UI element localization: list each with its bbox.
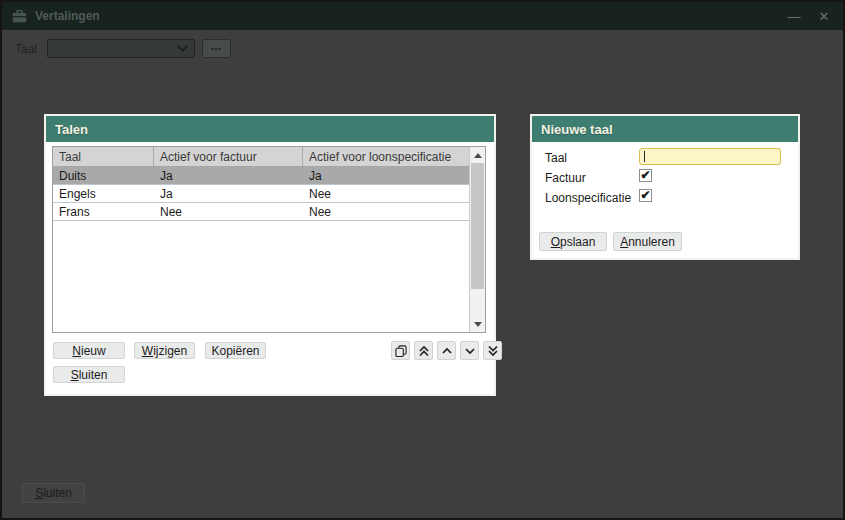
move-down-button[interactable] [460, 341, 479, 360]
scroll-down-button[interactable] [470, 316, 485, 332]
cell-taal: Frans [53, 203, 154, 220]
talen-table: Taal Actief voor factuur Actief voor loo… [52, 146, 486, 333]
triangle-up-icon [474, 153, 482, 158]
cell-loon: Nee [303, 185, 470, 202]
cell-loon: Ja [303, 167, 470, 184]
titlebar: Vertalingen — ✕ [2, 2, 843, 30]
nieuwe-taal-panel-header: Nieuwe taal [532, 116, 798, 142]
cell-loon: Nee [303, 203, 470, 220]
chevron-up-icon [441, 345, 453, 357]
taal-browse-button[interactable]: ••• [202, 39, 231, 58]
factuur-checkbox[interactable]: ✔ [639, 169, 652, 182]
cell-factuur: Nee [154, 203, 303, 220]
double-chevron-down-icon [487, 345, 499, 357]
cell-taal: Duits [53, 167, 154, 184]
talen-table-header: Taal Actief voor factuur Actief voor loo… [53, 147, 470, 167]
triangle-down-icon [474, 322, 482, 327]
double-chevron-up-icon [418, 345, 430, 357]
talen-panel-header: Talen [46, 116, 494, 142]
move-up-button[interactable] [437, 341, 456, 360]
nieuw-button[interactable]: Nieuw [53, 342, 125, 359]
table-row[interactable]: Duits Ja Ja [53, 167, 470, 185]
scrollbar-thumb[interactable] [471, 163, 484, 289]
toolbox-icon [12, 10, 27, 23]
copy-icon [395, 345, 407, 357]
sluiten-panel-button[interactable]: Sluiten [53, 366, 125, 383]
minimize-button[interactable]: — [785, 7, 803, 25]
text-caret [644, 151, 645, 162]
sluiten-footer-button[interactable]: Sluiten [22, 483, 85, 503]
cell-taal: Engels [53, 185, 154, 202]
wijzigen-button[interactable]: Wijzigen [134, 342, 195, 359]
opslaan-button[interactable]: Opslaan [539, 232, 607, 251]
table-scrollbar[interactable] [469, 147, 485, 332]
move-top-button[interactable] [414, 341, 433, 360]
loonspecificatie-checkbox[interactable]: ✔ [639, 189, 652, 202]
table-row[interactable]: Engels Ja Nee [53, 185, 470, 203]
cell-factuur: Ja [154, 185, 303, 202]
taal-combobox[interactable] [47, 39, 195, 58]
window-title: Vertalingen [35, 9, 100, 23]
close-button[interactable]: ✕ [815, 7, 833, 25]
table-row[interactable]: Frans Nee Nee [53, 203, 470, 221]
move-bottom-button[interactable] [483, 341, 502, 360]
taal-field-label: Taal [545, 151, 567, 165]
chevron-down-icon [177, 45, 188, 52]
copy-row-button[interactable] [391, 341, 410, 360]
vertalingen-window: Vertalingen — ✕ Taal ••• Talen Taal Acti… [0, 0, 845, 520]
cell-factuur: Ja [154, 167, 303, 184]
column-header-taal[interactable]: Taal [53, 147, 154, 166]
kopieren-button[interactable]: Kopiëren [205, 342, 266, 359]
loonspecificatie-field-label: Loonspecificatie [545, 191, 631, 205]
taal-input[interactable] [639, 148, 781, 165]
annuleren-button[interactable]: Annuleren [613, 232, 682, 251]
scroll-up-button[interactable] [470, 147, 485, 163]
chevron-down-icon [464, 345, 476, 357]
column-header-loonspecificatie[interactable]: Actief voor loonspecificatie [303, 147, 470, 166]
factuur-field-label: Factuur [545, 171, 586, 185]
column-header-factuur[interactable]: Actief voor factuur [154, 147, 303, 166]
taal-toolbar-label: Taal [15, 42, 37, 56]
